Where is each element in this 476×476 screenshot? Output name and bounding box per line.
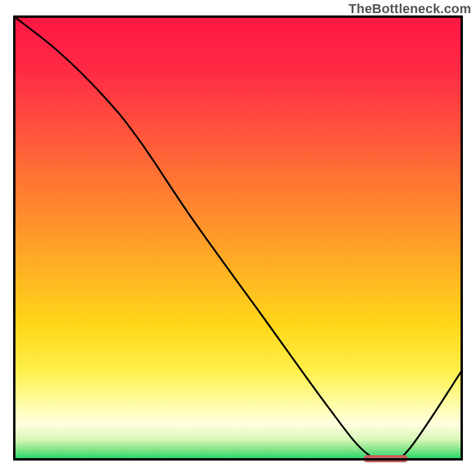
- bottleneck-chart: [0, 0, 476, 476]
- plot-background: [14, 17, 462, 459]
- chart-page: TheBottleneck.com: [0, 0, 476, 476]
